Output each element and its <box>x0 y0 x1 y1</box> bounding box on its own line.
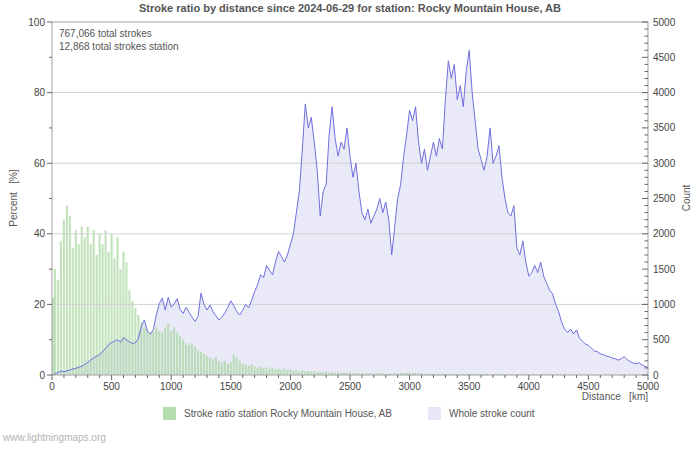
axis-tick-label: 500 <box>653 334 670 345</box>
axis-tick-label: 2500 <box>653 193 676 204</box>
axis-tick-label: 4500 <box>653 52 676 63</box>
ratio-bar <box>212 359 214 375</box>
ratio-bar <box>260 367 262 375</box>
chart-page: Stroke ratio by distance since 2024-06-2… <box>0 0 700 450</box>
axis-tick-label: 3500 <box>653 122 676 133</box>
ratio-bar <box>128 290 130 375</box>
ratio-bar <box>179 336 181 375</box>
legend-swatch-count <box>428 407 441 420</box>
ratio-bar <box>325 371 327 375</box>
ratio-bar <box>268 369 270 375</box>
ratio-bar <box>176 333 178 375</box>
ratio-bar <box>116 237 118 375</box>
ratio-bar <box>307 371 309 375</box>
ratio-bar <box>239 361 241 375</box>
ratio-bar <box>301 370 303 375</box>
ratio-bar <box>227 364 229 375</box>
ratio-bar <box>158 331 160 375</box>
ratio-bar <box>81 227 83 375</box>
axis-tick-label: 3500 <box>458 381 481 392</box>
ratio-bar <box>242 364 244 375</box>
ratio-bar <box>257 368 259 375</box>
axis-tick-label: 40 <box>34 228 46 239</box>
ratio-bar <box>230 362 232 375</box>
ratio-bar <box>197 350 199 375</box>
ratio-bar <box>108 251 110 375</box>
ratio-bar <box>236 357 238 375</box>
ratio-bar <box>254 367 256 375</box>
ratio-bar <box>137 315 139 375</box>
axis-tick-label: 1000 <box>160 381 183 392</box>
ratio-bar <box>84 237 86 375</box>
ratio-bar <box>200 352 202 375</box>
ratio-bar <box>194 347 196 375</box>
ratio-bar <box>265 367 267 375</box>
axis-tick-label: 80 <box>34 87 46 98</box>
axis-tick-label: 3000 <box>398 381 421 392</box>
ratio-bar <box>75 230 77 375</box>
ratio-bar <box>119 269 121 375</box>
ratio-bar <box>209 357 211 375</box>
ratio-bar <box>271 368 273 375</box>
ratio-bar <box>161 333 163 375</box>
ratio-bar <box>113 259 115 375</box>
axis-tick-label: 1500 <box>653 264 676 275</box>
axis-tick-label: 100 <box>28 17 45 28</box>
ratio-bar <box>54 269 56 375</box>
ratio-bar <box>78 244 80 375</box>
ratio-bar <box>224 361 226 375</box>
legend-item-ratio: Stroke ratio station Rocky Mountain Hous… <box>163 407 392 420</box>
axis-tick-label: 2500 <box>339 381 362 392</box>
ratio-bar <box>262 368 264 375</box>
ratio-bar <box>57 280 59 375</box>
ratio-bar <box>280 370 282 375</box>
ratio-bar <box>149 333 151 375</box>
ratio-bar <box>215 357 217 375</box>
ratio-bar <box>131 301 133 375</box>
ratio-bar <box>182 340 184 375</box>
legend-item-count: Whole stroke count <box>428 407 535 420</box>
axis-tick-label: 500 <box>103 381 120 392</box>
ratio-bar <box>164 327 166 375</box>
axis-tick-label: 3000 <box>653 158 676 169</box>
ratio-bar <box>292 371 294 375</box>
ratio-bar <box>248 366 250 375</box>
ratio-bar <box>221 363 223 375</box>
ratio-bar <box>203 354 205 375</box>
ratio-bar <box>167 324 169 375</box>
ratio-bar <box>173 327 175 375</box>
ratio-bar <box>289 369 291 375</box>
axis-tick-label: 2000 <box>279 381 302 392</box>
ratio-bar <box>87 227 89 375</box>
plot-svg: 0204060801000500100015002000250030003500… <box>0 0 700 450</box>
ratio-bar <box>60 241 62 375</box>
ratio-bar <box>105 230 107 375</box>
ratio-bar <box>122 251 124 375</box>
ratio-bar <box>218 361 220 375</box>
axis-tick-label: 0 <box>653 370 659 381</box>
axis-tick-label: 20 <box>34 299 46 310</box>
ratio-bar <box>143 327 145 375</box>
watermark: www.lightningmaps.org <box>3 432 106 443</box>
ratio-bar <box>93 230 95 375</box>
ratio-bar <box>251 364 253 375</box>
legend-swatch-ratio <box>163 407 176 420</box>
ratio-bar <box>295 370 297 375</box>
axis-tick-label: 0 <box>49 381 55 392</box>
ratio-bar <box>286 370 288 375</box>
ratio-bar <box>313 371 315 375</box>
ratio-bar <box>146 329 148 375</box>
ratio-bar <box>233 354 235 375</box>
ratio-bar <box>304 371 306 375</box>
ratio-bar <box>274 369 276 375</box>
ratio-bar <box>125 262 127 375</box>
ratio-bar <box>155 327 157 375</box>
ratio-bar <box>170 331 172 375</box>
ratio-bar <box>102 244 104 375</box>
axis-tick-label: 2000 <box>653 228 676 239</box>
legend-label-count: Whole stroke count <box>449 408 535 419</box>
axis-tick-label: 4000 <box>653 87 676 98</box>
ratio-bar <box>245 364 247 375</box>
ratio-bar <box>66 206 68 375</box>
ratio-bar <box>319 371 321 375</box>
